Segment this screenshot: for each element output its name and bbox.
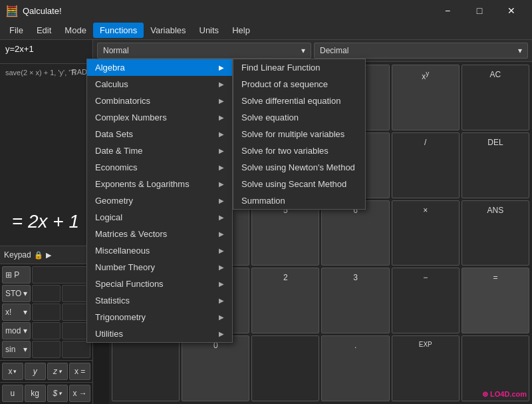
app-icon: 🧮 <box>5 5 19 17</box>
submenu-solve-diff[interactable]: Solve differential equation <box>233 93 365 109</box>
algebra-submenu: Find Linear Function Product of a sequen… <box>233 59 366 210</box>
menu-mode[interactable]: Mode <box>58 23 93 38</box>
menu-file[interactable]: File <box>3 23 30 38</box>
menu-edit[interactable]: Edit <box>30 23 58 38</box>
submenu-solve-multiple[interactable]: Solve for multiple variables <box>233 126 365 142</box>
menu-logical[interactable]: Logical▶ <box>87 209 232 226</box>
submenu-product-sequence[interactable]: Product of a sequence <box>233 76 365 93</box>
menu-trigonometry[interactable]: Trigonometry▶ <box>87 309 232 325</box>
menu-exponents[interactable]: Exponents & Logarithms▶ <box>87 176 232 192</box>
menu-date-time[interactable]: Date & Time▶ <box>87 142 232 159</box>
menu-calculus[interactable]: Calculus▶ <box>87 76 232 93</box>
submenu-secant[interactable]: Solve using Secant Method <box>233 176 365 192</box>
menu-complex-numbers[interactable]: Complex Numbers▶ <box>87 109 232 126</box>
submenu-solve-eq[interactable]: Solve equation <box>233 109 365 126</box>
menu-special-functions[interactable]: Special Functions▶ <box>87 276 232 292</box>
main-area: y=2x+1 save(2 × x) + 1, 'y', 'Ti RAD = 2… <box>0 40 532 404</box>
functions-dropdown: Algebra▶ Calculus▶ Combinatorics▶ Comple… <box>86 59 233 343</box>
submenu-summation[interactable]: Summation <box>233 192 365 209</box>
menu-algebra[interactable]: Algebra▶ <box>87 59 232 76</box>
window-controls: − □ ✕ <box>432 0 527 21</box>
menu-geometry[interactable]: Geometry▶ <box>87 192 232 209</box>
menu-help[interactable]: Help <box>225 23 257 38</box>
menu-miscellaneous[interactable]: Miscellaneous▶ <box>87 242 232 259</box>
submenu-solve-two[interactable]: Solve for two variables <box>233 142 365 159</box>
menubar: File Edit Mode Functions Variables Units… <box>0 21 532 40</box>
maximize-button[interactable]: □ <box>464 0 495 21</box>
app-title: Qalculate! <box>23 6 432 16</box>
submenu-newtons[interactable]: Solve using Newton's Method <box>233 159 365 176</box>
menu-number-theory[interactable]: Number Theory▶ <box>87 259 232 276</box>
menu-data-sets[interactable]: Data Sets▶ <box>87 126 232 142</box>
close-button[interactable]: ✕ <box>496 0 527 21</box>
menu-variables[interactable]: Variables <box>144 23 192 38</box>
menu-combinatorics[interactable]: Combinatorics▶ <box>87 93 232 109</box>
menu-utilities[interactable]: Utilities▶ <box>87 325 232 342</box>
menu-economics[interactable]: Economics▶ <box>87 159 232 176</box>
menu-matrices[interactable]: Matrices & Vectors▶ <box>87 226 232 242</box>
titlebar: 🧮 Qalculate! − □ ✕ <box>0 0 532 21</box>
menu-functions[interactable]: Functions <box>93 23 144 38</box>
menu-statistics[interactable]: Statistics▶ <box>87 292 232 309</box>
menu-units[interactable]: Units <box>193 23 226 38</box>
minimize-button[interactable]: − <box>432 0 463 21</box>
menu-overlay: Algebra▶ Calculus▶ Combinatorics▶ Comple… <box>0 40 532 404</box>
submenu-find-linear[interactable]: Find Linear Function <box>233 59 365 76</box>
